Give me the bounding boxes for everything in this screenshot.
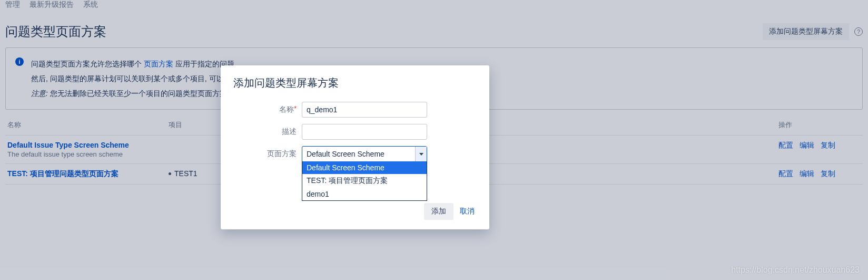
- scheme-select[interactable]: Default Screen Scheme: [302, 146, 427, 162]
- scheme-dropdown: Default Screen Scheme TEST: 项目管理页面方案 dem…: [302, 161, 427, 201]
- label-scheme: 页面方案: [233, 146, 302, 159]
- cancel-button[interactable]: 取消: [458, 203, 477, 220]
- modal-title: 添加问题类型屏幕方案: [221, 65, 489, 98]
- submit-button[interactable]: 添加: [424, 203, 453, 220]
- dropdown-option[interactable]: Default Screen Scheme: [302, 161, 427, 174]
- dropdown-option[interactable]: TEST: 项目管理页面方案: [302, 174, 427, 188]
- desc-input[interactable]: [302, 124, 427, 140]
- add-scheme-modal: 添加问题类型屏幕方案 名称* 描述 页面方案 Default Screen Sc…: [221, 65, 489, 229]
- label-desc: 描述: [233, 124, 302, 137]
- dropdown-option[interactable]: demo1: [302, 188, 427, 200]
- chevron-down-icon: [415, 147, 427, 161]
- watermark: https://blog.csdn.net/zhouxuan623: [731, 265, 860, 275]
- name-input[interactable]: [302, 102, 427, 118]
- label-name: 名称*: [233, 102, 302, 114]
- scheme-selected-value: Default Screen Scheme: [307, 150, 384, 158]
